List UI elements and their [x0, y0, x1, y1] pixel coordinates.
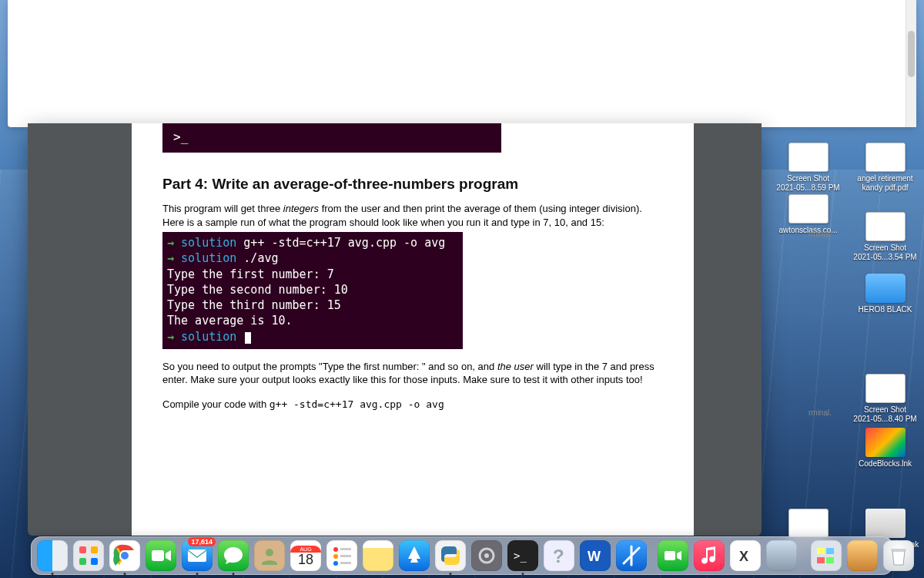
dock-trash[interactable] — [883, 540, 914, 571]
dock-recent-app[interactable] — [766, 540, 797, 571]
svg-rect-8 — [188, 549, 206, 562]
dock-contacts[interactable] — [254, 540, 285, 571]
dock-music[interactable] — [694, 540, 725, 571]
dock-terminal[interactable]: >_ — [507, 540, 538, 571]
file-thumb-icon — [865, 428, 906, 457]
desktop-icon-label: Screen Shot — [785, 174, 831, 183]
top-blank-window — [8, 0, 916, 127]
section-heading: Part 4: Write an average-of-three-number… — [162, 176, 663, 193]
desktop-file-icon[interactable]: angel retirementkandy pdf.pdf — [849, 143, 922, 193]
file-thumb-icon — [788, 509, 829, 538]
dock: AUG 18 >_ ? W — [31, 536, 893, 575]
dock-recent-facetime[interactable] — [658, 540, 688, 571]
svg-rect-23 — [817, 548, 825, 554]
terminal-sample: → solution g++ -std=c++17 avg.cpp -o avg… — [162, 232, 463, 349]
desktop-icon-label: 2021-05...8.40 PM — [852, 415, 918, 424]
terminal-line: Type the first number: 7 — [167, 267, 458, 282]
dock-notes[interactable] — [363, 540, 393, 571]
svg-point-10 — [333, 547, 338, 552]
dock-folder-2[interactable] — [847, 540, 878, 571]
desktop-icon-label: Screen Shot — [862, 405, 908, 415]
file-thumb-icon — [865, 212, 906, 241]
svg-rect-7 — [152, 550, 164, 561]
svg-rect-0 — [79, 546, 86, 553]
file-thumb-icon — [788, 143, 829, 172]
paragraph-compile: Compile your code with g++ -std=c++17 av… — [162, 398, 663, 412]
svg-rect-3 — [91, 558, 98, 565]
desktop: Screen Shot2021-05...8.59 PMangel retire… — [0, 0, 924, 578]
desktop-icon-label: 2021-05...8.59 PM — [775, 183, 841, 193]
svg-text:?: ? — [553, 546, 564, 566]
desktop-icon-label: Screen Shot — [862, 244, 908, 253]
dock-settings[interactable] — [471, 540, 502, 571]
dock-reminders[interactable] — [326, 540, 357, 571]
terminal-line: → solution g++ -std=c++17 avg.cpp -o avg — [167, 235, 458, 250]
file-thumb-icon — [865, 509, 906, 538]
terminal-snippet-prev: >_ — [162, 123, 501, 153]
pdf-page: >_ Part 4: Write an average-of-three-num… — [132, 123, 694, 536]
svg-point-9 — [266, 549, 273, 556]
terminal-line: The average is 10. — [167, 313, 458, 328]
desktop-icon-label-clipped: rminal. — [762, 408, 832, 417]
dock-help[interactable]: ? — [544, 540, 574, 571]
paragraph-intro: This program will get three integers fro… — [162, 202, 663, 229]
desktop-file-icon[interactable]: Screen Shot2021-05...8.40 PM — [849, 374, 922, 424]
svg-rect-24 — [826, 548, 834, 554]
desktop-icon-label: kandy pdf.pdf — [860, 183, 909, 193]
dock-chrome[interactable] — [109, 540, 140, 571]
svg-rect-2 — [79, 558, 86, 565]
calendar-day: 18 — [298, 553, 313, 566]
dock-folder-1[interactable] — [811, 540, 842, 571]
desktop-icon-label: 2021-05...3.54 PM — [852, 253, 918, 262]
svg-rect-13 — [340, 555, 351, 557]
svg-rect-27 — [891, 549, 906, 551]
desktop-file-icon[interactable]: Screen Shot2021-05...8.59 PM — [772, 143, 845, 193]
cursor-icon — [245, 332, 251, 344]
dock-mail[interactable] — [182, 540, 213, 571]
scrollbar-thumb[interactable] — [908, 31, 915, 77]
svg-rect-11 — [340, 548, 351, 550]
desktop-icon-label: angel retirement — [855, 174, 914, 183]
terminal-line: → solution — [167, 329, 458, 344]
desktop-file-icon[interactable]: HERO8 BLACK — [849, 274, 922, 314]
dock-facetime[interactable] — [146, 540, 176, 571]
terminal-line: Type the second number: 10 — [167, 282, 458, 297]
dock-finder[interactable] — [37, 540, 68, 571]
file-thumb-icon — [865, 374, 906, 403]
dock-xcode[interactable] — [616, 540, 647, 571]
dock-word[interactable]: W — [580, 540, 611, 571]
dock-launchpad[interactable] — [73, 540, 104, 571]
desktop-icon-label: HERO8 BLACK — [856, 305, 913, 314]
dock-messages[interactable] — [218, 540, 249, 571]
desktop-file-icon[interactable]: Screen Shot2021-05...3.54 PM — [849, 212, 922, 262]
folder-icon — [865, 274, 906, 303]
terminal-line: Type the third number: 15 — [167, 297, 458, 313]
svg-rect-21 — [665, 551, 675, 560]
desktop-icon-label: CodeBlocks.lnk — [857, 459, 913, 469]
desktop-file-icon[interactable]: CodeBlocks.lnk — [849, 428, 922, 469]
svg-rect-25 — [817, 557, 825, 563]
scrollbar[interactable] — [906, 0, 916, 127]
paragraph-explain: So you need to output the prompts "Type … — [162, 360, 663, 387]
dock-python[interactable] — [435, 540, 466, 571]
document-viewer-window: >_ Part 4: Write an average-of-three-num… — [28, 123, 762, 536]
svg-text:W: W — [588, 549, 601, 564]
dock-x-app[interactable]: X — [730, 540, 761, 571]
svg-text:X: X — [739, 549, 748, 564]
desktop-icon-label-clipped: rminal. — [762, 230, 832, 238]
svg-point-12 — [333, 554, 338, 559]
svg-text:>_: >_ — [514, 549, 527, 563]
svg-rect-1 — [91, 546, 98, 553]
svg-point-14 — [333, 561, 338, 566]
svg-rect-15 — [340, 562, 351, 564]
file-thumb-icon — [788, 194, 829, 223]
terminal-line: → solution ./avg — [167, 250, 458, 266]
dock-appstore[interactable] — [399, 540, 430, 571]
svg-point-17 — [484, 553, 489, 558]
dock-calendar[interactable]: AUG 18 — [290, 540, 321, 571]
file-thumb-icon — [865, 143, 906, 172]
svg-rect-26 — [826, 557, 834, 563]
